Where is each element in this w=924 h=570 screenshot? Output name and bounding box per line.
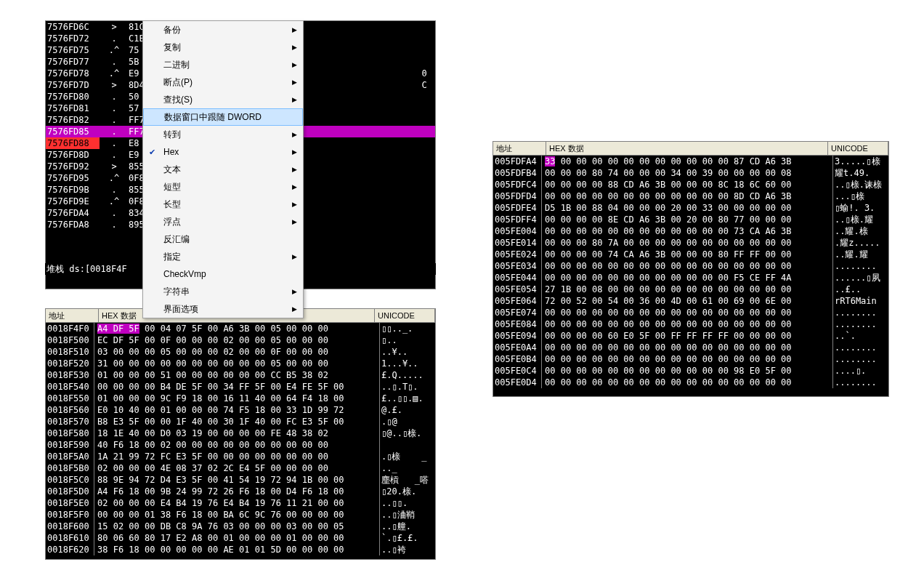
hex-row[interactable]: 005FDFE4D5 1B 00 88 04 00 00 00 20 00 33… bbox=[493, 202, 888, 214]
hex-row[interactable]: 005FDFF400 00 00 00 8E CD A6 3B 00 20 00… bbox=[493, 214, 888, 225]
hex-row[interactable]: 0018F5A01A 21 99 72 FC E3 5F 00 00 00 00… bbox=[46, 451, 435, 462]
menu-item-label: 复制 bbox=[163, 41, 181, 54]
menu-item[interactable]: 断点(P) bbox=[143, 73, 303, 91]
hex-addr: 0018F4F0 bbox=[46, 323, 94, 334]
hex-unicode: ..耀.榇 bbox=[833, 225, 888, 237]
comment-cell bbox=[413, 207, 435, 219]
hex-row[interactable]: 005FE00400 00 00 00 00 00 00 00 00 00 00… bbox=[493, 225, 888, 237]
hex-addr: 005FE024 bbox=[493, 249, 542, 260]
hex-row[interactable]: 005FE0D400 00 00 00 00 00 00 00 00 00 00… bbox=[493, 377, 888, 388]
hex-unicode: @.£. bbox=[380, 404, 435, 416]
mark-cell: > bbox=[100, 21, 129, 33]
hex-row[interactable]: 0018F61080 06 60 80 17 E2 A8 00 01 00 00… bbox=[46, 532, 435, 544]
menu-item[interactable]: 界面选项 bbox=[143, 300, 303, 318]
hex-row[interactable]: 0018F58018 1E 40 00 D0 03 19 00 00 00 00… bbox=[46, 428, 435, 439]
menu-item[interactable]: 浮点 bbox=[143, 213, 303, 230]
hex-row[interactable]: 0018F5F000 00 00 01 38 F6 18 00 BA 6C 9C… bbox=[46, 509, 435, 521]
hex-row[interactable]: 0018F500EC DF 5F 00 0F 00 00 00 02 00 00… bbox=[46, 334, 435, 346]
hex-row[interactable]: 0018F570B8 E3 5F 00 00 1F 40 00 30 1F 40… bbox=[46, 416, 435, 428]
addr-cell: 7576FD8D bbox=[46, 149, 100, 161]
hex-row[interactable]: 0018F54000 00 00 00 B4 DE 5F 00 34 FF 5F… bbox=[46, 381, 435, 393]
menu-item[interactable]: 指定 bbox=[143, 248, 303, 265]
hex-dump-right[interactable]: 地址 HEX 数据 UNICODE 005FDFA433 00 00 00 00… bbox=[493, 141, 889, 397]
hex-row[interactable]: 0018F53001 00 00 00 51 00 00 00 00 00 00… bbox=[46, 369, 435, 381]
menu-item[interactable]: 转到 bbox=[143, 126, 303, 143]
hex-addr: 0018F500 bbox=[46, 334, 94, 346]
hex-addr: 005FE0C4 bbox=[493, 365, 542, 377]
hex-addr: 005FE094 bbox=[493, 330, 542, 342]
comment-cell: C bbox=[413, 79, 435, 91]
hex-unicode: 1...¥.. bbox=[380, 358, 435, 369]
hex-row[interactable]: 005FE07400 00 00 00 00 00 00 00 00 00 00… bbox=[493, 307, 888, 318]
hex-addr: 0018F540 bbox=[46, 381, 94, 393]
hex-bytes: 00 00 00 01 38 F6 18 00 BA 6C 9C 76 00 0… bbox=[94, 509, 380, 521]
hex-bytes: 40 F6 18 00 02 00 00 00 00 00 00 00 00 0… bbox=[94, 439, 380, 451]
menu-item[interactable]: 二进制 bbox=[143, 56, 303, 73]
hex-row[interactable]: 0018F560E0 10 40 00 01 00 00 00 74 F5 18… bbox=[46, 404, 435, 416]
hex-row[interactable]: 005FDFB400 00 00 80 74 00 00 00 34 00 39… bbox=[493, 167, 888, 179]
hex-row[interactable]: 005FDFC400 00 00 00 88 CD A6 3B 00 00 00… bbox=[493, 179, 888, 190]
addr-cell: 7576FDA8 bbox=[46, 219, 100, 230]
menu-item[interactable]: 查找(S) bbox=[143, 91, 303, 108]
hex-row[interactable]: 0018F5C088 9E 94 72 D4 E3 5F 00 41 54 19… bbox=[46, 474, 435, 486]
hex-row[interactable]: 0018F62038 F6 18 00 00 00 00 00 AE 01 01… bbox=[46, 544, 435, 555]
mark-cell: . bbox=[100, 137, 129, 149]
comment-cell bbox=[413, 161, 435, 172]
comment-cell bbox=[413, 196, 435, 207]
hex-row[interactable]: 0018F5B002 00 00 00 4E 08 37 02 2C E4 5F… bbox=[46, 462, 435, 474]
hex-addr: 005FE0B4 bbox=[493, 353, 542, 365]
menu-item[interactable]: 备份 bbox=[143, 21, 303, 39]
hex-row[interactable]: 005FE08400 00 00 00 00 00 00 00 00 00 00… bbox=[493, 318, 888, 330]
mark-cell: . bbox=[100, 184, 129, 196]
menu-item[interactable]: 字符串 bbox=[143, 283, 303, 300]
hex-row[interactable]: 005FE0C400 00 00 00 00 00 00 00 00 00 00… bbox=[493, 365, 888, 377]
hex-bytes: 31 00 00 00 00 00 00 00 00 00 00 05 00 0… bbox=[94, 358, 380, 369]
menu-item[interactable]: 复制 bbox=[143, 39, 303, 56]
hex-row[interactable]: 0018F55001 00 00 00 9C F9 18 00 16 11 40… bbox=[46, 393, 435, 404]
menu-item[interactable]: 数据窗口中跟随 DWORD bbox=[143, 108, 303, 126]
menu-item-label: Hex bbox=[163, 147, 179, 157]
menu-item[interactable]: Hex bbox=[143, 143, 303, 161]
context-menu[interactable]: 备份复制二进制断点(P)查找(S)数据窗口中跟随 DWORD转到Hex文本短型长… bbox=[142, 20, 304, 318]
menu-item[interactable]: 文本 bbox=[143, 161, 303, 178]
hex-unicode: ......▯夙 bbox=[833, 272, 888, 284]
hex-row[interactable]: 005FE0B400 00 00 00 00 00 00 00 00 00 00… bbox=[493, 353, 888, 365]
menu-item[interactable]: 短型 bbox=[143, 178, 303, 196]
hex-bytes: 80 06 60 80 17 E2 A8 00 01 00 00 00 01 0… bbox=[94, 532, 380, 544]
hex-row[interactable]: 0018F5E002 00 00 00 E4 B4 19 76 E4 B4 19… bbox=[46, 497, 435, 509]
hex-addr: 005FDFA4 bbox=[493, 156, 542, 167]
hex-row[interactable]: 0018F59040 F6 18 00 02 00 00 00 00 00 00… bbox=[46, 439, 435, 451]
hex-row[interactable]: 005FDFD400 00 00 00 00 00 00 00 00 00 00… bbox=[493, 190, 888, 202]
hex-row[interactable]: 005FE03400 00 00 00 00 00 00 00 00 00 00… bbox=[493, 260, 888, 272]
hex-row[interactable]: 0018F4F0A4 DF 5F 00 04 07 5F 00 A6 3B 00… bbox=[46, 323, 435, 334]
hex-addr: 005FE044 bbox=[493, 272, 542, 284]
hex-dump-left[interactable]: 地址 HEX 数据 UNICODE 0018F4F0A4 DF 5F 00 04… bbox=[45, 308, 436, 560]
hex-row[interactable]: 005FE02400 00 00 00 74 CA A6 3B 00 00 00… bbox=[493, 249, 888, 260]
mark-cell: .^ bbox=[100, 44, 129, 56]
hex-row[interactable]: 0018F5D0A4 F6 18 00 9B 24 99 72 26 F6 18… bbox=[46, 486, 435, 497]
hex-row[interactable]: 005FE01400 00 00 80 7A 00 00 00 00 00 00… bbox=[493, 237, 888, 249]
hex-row[interactable]: 005FE06472 00 52 00 54 00 36 00 4D 00 61… bbox=[493, 295, 888, 307]
hex-bytes: A4 DF 5F 00 04 07 5F 00 A6 3B 00 05 00 0… bbox=[94, 323, 380, 334]
mark-cell: . bbox=[100, 207, 129, 219]
hex-row[interactable]: 005FE0A400 00 00 00 00 00 00 00 00 00 00… bbox=[493, 342, 888, 353]
hex-row[interactable]: 005FE05427 1B 00 08 00 00 00 00 00 00 00… bbox=[493, 284, 888, 295]
comment-cell bbox=[413, 56, 435, 68]
hex-bytes: 00 00 00 00 8E CD A6 3B 00 20 00 80 77 0… bbox=[542, 214, 833, 225]
menu-item-label: 界面选项 bbox=[163, 303, 198, 316]
hex-unicode: ........ bbox=[833, 377, 888, 388]
hex-row[interactable]: 0018F60015 02 00 00 DB C8 9A 76 03 00 00… bbox=[46, 521, 435, 532]
menu-item[interactable]: 长型 bbox=[143, 196, 303, 213]
hex-row[interactable]: 005FE09400 00 00 00 60 E0 5F 00 FF FF FF… bbox=[493, 330, 888, 342]
addr-cell: 7576FD85 bbox=[46, 126, 100, 137]
hex-row[interactable]: 0018F51003 00 00 00 05 00 00 00 02 00 00… bbox=[46, 346, 435, 358]
hex-row[interactable]: 0018F52031 00 00 00 00 00 00 00 00 00 00… bbox=[46, 358, 435, 369]
hex-unicode: ..`. bbox=[833, 330, 888, 342]
menu-item[interactable]: 反汇编 bbox=[143, 230, 303, 248]
hex-row[interactable]: 005FE04400 00 00 00 00 00 00 00 00 00 00… bbox=[493, 272, 888, 284]
menu-item[interactable]: CheckVmp bbox=[143, 265, 303, 283]
hex-bytes: 1A 21 99 72 FC E3 5F 00 00 00 00 00 00 0… bbox=[94, 451, 380, 462]
hex-row[interactable]: 005FDFA433 00 00 00 00 00 00 00 00 00 00… bbox=[493, 156, 888, 167]
addr-cell: 7576FD78 bbox=[46, 68, 100, 79]
hex-unicode: `.▯£.£. bbox=[380, 532, 435, 544]
